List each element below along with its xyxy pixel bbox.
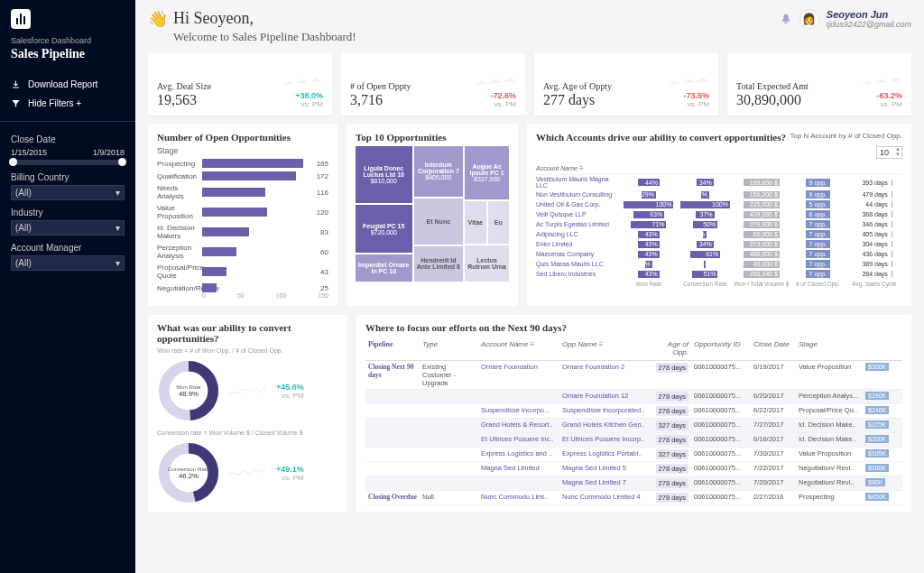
conv-delta: +49.1% xyxy=(276,465,304,474)
treemap-item[interactable]: Eu xyxy=(488,201,509,244)
bar-row[interactable]: Perception Analysis60 xyxy=(157,244,328,260)
kpi-value: 277 days xyxy=(543,92,612,108)
account-row[interactable]: Non Vestibulum Consulting29%17%156,200 $… xyxy=(536,189,902,199)
open-opp-title: Number of Open Opportunities xyxy=(157,132,328,143)
kpi-delta: -73.5% xyxy=(668,91,709,100)
focus-row[interactable]: Suspendisse Incorpo...Suspendisse Incorp… xyxy=(365,404,902,419)
bar-row[interactable]: Value Proposition120 xyxy=(157,204,328,220)
account-name: Sed Libero Industries xyxy=(536,271,621,277)
account-row[interactable]: Ac Turpis Egestas Limited71%50%279,900 $… xyxy=(536,219,902,229)
kpi-label: Avg. Age of Oppty xyxy=(543,81,612,91)
bar-label: Id. Decision Makers xyxy=(157,224,199,240)
treemap-item[interactable]: Vitae xyxy=(465,201,485,244)
download-report-button[interactable]: Download Report xyxy=(11,79,125,89)
filter-date-range: 1/15/2015 1/9/2018 xyxy=(11,148,125,157)
account-name: Quis Massa Mauris LLC xyxy=(536,261,621,267)
slider-handle-right[interactable] xyxy=(118,158,126,166)
bar-label: Perception Analysis xyxy=(157,244,199,260)
account-row[interactable]: Vestibulum Mauris Magna LLC44%34%199,856… xyxy=(536,175,902,189)
user-box: 👩 Seoyeon Jun tjdus92422@gmail.com xyxy=(780,9,911,29)
chevron-down-icon: ▾ xyxy=(116,258,120,268)
filter-label-closedate: Close Date xyxy=(11,134,125,144)
treemap-item[interactable]: Imperdiet Ornare In PC 10 xyxy=(356,254,412,282)
win-rate-donut: Won Rate 48.9% xyxy=(157,359,220,422)
treemap-item[interactable]: Ligula Donec Luctus Ltd 10$810,000 xyxy=(356,146,412,203)
bar-row[interactable]: Proposal/Price Quote43 xyxy=(157,263,328,280)
focus-row[interactable]: Et Ultrices Posuere Inc..Et Ultrices Pos… xyxy=(365,433,902,448)
industry-select[interactable]: (All)▾ xyxy=(11,220,125,236)
focus-row[interactable]: Ornare Foundation 12278 days00610000075.… xyxy=(365,390,902,404)
sort-icon[interactable]: ≡ xyxy=(530,340,534,348)
bar-value: 172 xyxy=(317,172,328,180)
bar-label: Proposal/Price Quote xyxy=(157,263,199,280)
treemap-item[interactable]: Augue Ac Ipsum PC 1$337,500 xyxy=(465,146,509,199)
bar-label: Qualification xyxy=(157,172,199,180)
kpi-value: 30,890,000 xyxy=(736,92,808,108)
bar-value: 43 xyxy=(320,268,328,276)
hide-filters-toggle[interactable]: Hide Filters + xyxy=(11,98,125,108)
sort-icon[interactable]: ≡ xyxy=(579,164,584,172)
top-n-stepper[interactable]: 10 ▲▼ xyxy=(876,146,902,159)
open-opp-pane: Number of Open Opportunities Stage Prosp… xyxy=(148,125,337,306)
account-row[interactable]: Velit Quisque LLP63%37%439,085 $8 opp.36… xyxy=(536,209,902,219)
sort-icon[interactable]: ≡ xyxy=(599,340,604,348)
focus-row[interactable]: Closing Next 90 daysExisting Customer - … xyxy=(365,361,902,390)
account-row[interactable]: Maecenas Company43%61%480,000 $7 opp.436… xyxy=(536,249,902,259)
bar-row[interactable]: Id. Decision Makers83 xyxy=(157,224,328,240)
kpi-label: Total Expected Amt xyxy=(736,81,808,91)
convert-pane: What was our ability to convert opportun… xyxy=(148,315,347,513)
hide-filters-label: Hide Filters + xyxy=(28,98,81,108)
win-rate-section: Won Rate 48.9% +45.6%vs. PM xyxy=(157,359,338,422)
treemap-item[interactable]: Lectus Rutrum Urna xyxy=(465,245,509,282)
bar-row[interactable]: Needs Analysis116 xyxy=(157,184,328,200)
page-title: Sales Pipeline xyxy=(11,47,125,61)
treemap-item[interactable]: Hendrerit Id Ante Limited 8 xyxy=(414,246,464,282)
accounts-pane: Which Accounts drive our ability to conv… xyxy=(527,125,911,306)
treemap: Ligula Donec Luctus Ltd 10$810,000 Feugi… xyxy=(356,146,509,282)
filter-icon xyxy=(11,98,21,108)
focus-title: Where to focus our efforts on the Next 9… xyxy=(365,322,902,333)
account-name: Maecenas Company xyxy=(536,251,621,257)
focus-row[interactable]: Magna Sed Limited 7278 days00610000075..… xyxy=(365,476,902,491)
kpi-delta: -72.6% xyxy=(475,91,516,100)
account-name: United Oil & Gas Corp. xyxy=(536,201,621,208)
slider-handle-left[interactable] xyxy=(9,158,17,166)
chevron-down-icon: ▾ xyxy=(116,188,120,198)
app-root: Salesforce Dashboard Sales Pipeline Down… xyxy=(0,0,924,573)
bar-row[interactable]: Negotiation/Review25 xyxy=(157,283,328,292)
treemap-item[interactable]: Interdum Corporation 7$405,000 xyxy=(414,146,464,197)
focus-row[interactable]: Magna Sed LimitedMagna Sed Limited 5278 … xyxy=(365,462,902,476)
focus-row[interactable]: Closing OverdueNullNunc Commodo Limi..Nu… xyxy=(365,491,902,505)
chevron-down-icon: ▾ xyxy=(116,223,120,233)
account-name: Adipiscing LLC xyxy=(536,231,621,237)
greeting-subtitle: Welcome to Sales Pipeline Dashboard! xyxy=(173,30,356,44)
account-row[interactable]: United Oil & Gas Corp.100%100%235,000 $5… xyxy=(536,199,902,209)
treemap-item[interactable]: Feugiat PC 15$720,000 xyxy=(356,205,412,253)
treemap-item[interactable]: Et Nunc xyxy=(414,199,464,245)
accounts-title: Which Accounts drive our ability to conv… xyxy=(536,132,786,143)
svg-text:48.9%: 48.9% xyxy=(179,390,199,398)
bar-row[interactable]: Prospecting185 xyxy=(157,159,328,168)
account-name: Enim Limited xyxy=(536,241,621,247)
bell-icon[interactable] xyxy=(780,13,792,25)
account-manager-select[interactable]: (All)▾ xyxy=(11,255,125,271)
date-range-slider[interactable] xyxy=(11,160,125,165)
account-row[interactable]: Enim Limited43%34%273,000 $7 opp.304 day… xyxy=(536,239,902,249)
kpi-row: Avg. Deal Size19,563+38.0%vs. PM# of Ope… xyxy=(148,53,911,116)
account-row[interactable]: Sed Libero Industries43%51%290,340 $7 op… xyxy=(536,269,902,279)
sidebar-divider xyxy=(0,121,135,122)
avatar[interactable]: 👩 xyxy=(799,9,819,29)
logo-icon xyxy=(11,9,31,29)
billing-country-select[interactable]: (All)▾ xyxy=(11,185,125,200)
open-opp-axis: 050100150 xyxy=(202,292,328,299)
account-row[interactable]: Quis Massa Mauris LLC14%0%40,000 $7 opp.… xyxy=(536,259,902,269)
focus-pane: Where to focus our efforts on the Next 9… xyxy=(356,315,911,513)
bar-row[interactable]: Qualification172 xyxy=(157,171,328,180)
date-to: 1/9/2018 xyxy=(93,148,125,157)
bar-value: 185 xyxy=(317,160,328,168)
account-row[interactable]: Adipiscing LLC43%7%65,000 $7 opp.405 day… xyxy=(536,229,902,239)
bar-label: Negotiation/Review xyxy=(157,284,199,292)
top10-title: Top 10 Opportunities xyxy=(356,132,509,143)
focus-row[interactable]: Grand Hotels & Resort..Grand Hotels Kitc… xyxy=(365,419,902,433)
focus-row[interactable]: Express Logistics and ..Express Logistic… xyxy=(365,448,902,462)
